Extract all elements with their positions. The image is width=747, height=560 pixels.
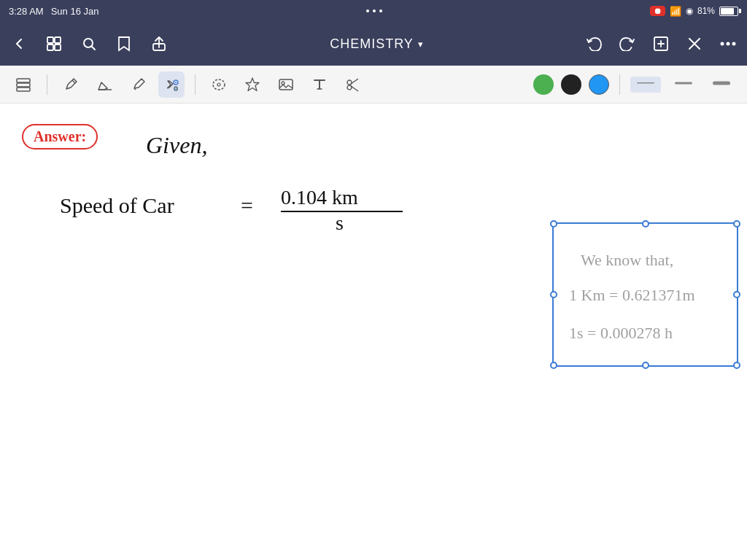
color-blue[interactable] xyxy=(589,74,609,95)
separator-3 xyxy=(619,74,620,95)
dot1 xyxy=(366,9,369,12)
svg-rect-2 xyxy=(47,44,53,50)
time: 3:28 AM xyxy=(9,6,44,17)
svg-rect-22 xyxy=(637,82,654,84)
add-page-button[interactable] xyxy=(649,32,673,55)
svg-text:0.104  km: 0.104 km xyxy=(281,186,358,209)
svg-rect-15 xyxy=(174,87,177,90)
svg-rect-12 xyxy=(17,88,30,91)
status-left: 3:28 AM Sun 16 Jan xyxy=(9,6,98,17)
star-shape-tool[interactable] xyxy=(239,71,266,98)
signal-icon: ◉ xyxy=(686,6,693,16)
handle-bottom-middle[interactable] xyxy=(642,362,649,369)
title-chevron[interactable]: ▾ xyxy=(418,39,423,50)
separator-1 xyxy=(47,74,47,95)
svg-point-7 xyxy=(721,42,724,46)
svg-point-14 xyxy=(175,82,177,83)
handle-middle-left[interactable] xyxy=(550,291,557,298)
svg-rect-23 xyxy=(675,82,692,84)
bookmark-button[interactable] xyxy=(112,32,136,55)
status-right: ⏺ 📶 ◉ 81% xyxy=(650,6,738,17)
handle-top-right[interactable] xyxy=(733,220,740,228)
lasso-tool[interactable] xyxy=(206,71,232,98)
share-button[interactable] xyxy=(147,32,171,55)
handle-top-middle[interactable] xyxy=(642,220,649,228)
dot3 xyxy=(379,9,382,12)
close-button[interactable] xyxy=(683,32,706,55)
battery-pct: 81% xyxy=(697,6,715,16)
eraser-tool[interactable] xyxy=(91,71,117,98)
svg-text:s: s xyxy=(336,211,344,234)
bluetooth-pencil-tool[interactable] xyxy=(158,71,185,98)
stroke-thin[interactable] xyxy=(630,77,661,93)
status-center xyxy=(366,9,382,12)
dot2 xyxy=(373,9,376,12)
svg-point-8 xyxy=(727,42,730,46)
back-button[interactable] xyxy=(7,32,31,55)
status-bar: 3:28 AM Sun 16 Jan ⏺ 📶 ◉ 81% xyxy=(0,0,747,22)
svg-text:Speed of Car: Speed of Car xyxy=(60,193,174,217)
canvas-area[interactable]: Answer: .hw { font-family: 'Segoe Script… xyxy=(0,104,747,560)
date: Sun 16 Jan xyxy=(51,6,99,17)
battery-icon xyxy=(719,7,738,16)
svg-rect-10 xyxy=(17,79,30,82)
handle-bottom-left[interactable] xyxy=(550,362,557,369)
pencil-tool[interactable] xyxy=(58,71,84,98)
svg-point-17 xyxy=(217,83,220,86)
svg-point-16 xyxy=(213,79,225,90)
undo-button[interactable] xyxy=(582,32,605,55)
text-tool[interactable] xyxy=(306,71,333,98)
drawing-toolbar xyxy=(0,66,747,104)
main-toolbar: CHEMISTRY ▾ xyxy=(0,22,747,66)
toolbar-center: CHEMISTRY ▾ xyxy=(330,36,423,52)
color-black[interactable] xyxy=(561,74,581,95)
document-title: CHEMISTRY xyxy=(330,36,414,52)
rec-icon: ⏺ xyxy=(650,6,665,16)
wifi-icon: 📶 xyxy=(670,6,681,17)
selection-box[interactable] xyxy=(552,222,738,367)
svg-rect-18 xyxy=(279,79,293,90)
layers-tool[interactable] xyxy=(10,71,36,98)
grid-button[interactable] xyxy=(42,32,66,55)
handle-bottom-right[interactable] xyxy=(733,362,740,369)
battery-fill xyxy=(721,8,734,15)
svg-text:Given,: Given, xyxy=(146,132,207,158)
color-green[interactable] xyxy=(533,74,554,95)
handle-middle-right[interactable] xyxy=(733,291,740,298)
svg-rect-24 xyxy=(713,81,730,85)
svg-rect-11 xyxy=(17,83,30,87)
svg-text:=: = xyxy=(241,193,253,217)
handle-top-left[interactable] xyxy=(550,220,557,228)
svg-rect-1 xyxy=(55,37,61,43)
svg-point-9 xyxy=(732,42,736,46)
toolbar-right xyxy=(582,32,740,55)
redo-button[interactable] xyxy=(616,32,639,55)
stroke-medium[interactable] xyxy=(668,77,699,93)
toolbar-left xyxy=(7,32,171,55)
stroke-thick[interactable] xyxy=(706,77,737,93)
separator-2 xyxy=(195,74,196,95)
svg-rect-0 xyxy=(47,37,53,43)
search-button[interactable] xyxy=(77,32,101,55)
scissors-tool[interactable] xyxy=(340,71,366,98)
svg-rect-3 xyxy=(55,44,61,50)
image-tool[interactable] xyxy=(273,71,299,98)
highlighter-tool[interactable] xyxy=(125,71,151,98)
more-options-button[interactable] xyxy=(716,32,740,55)
